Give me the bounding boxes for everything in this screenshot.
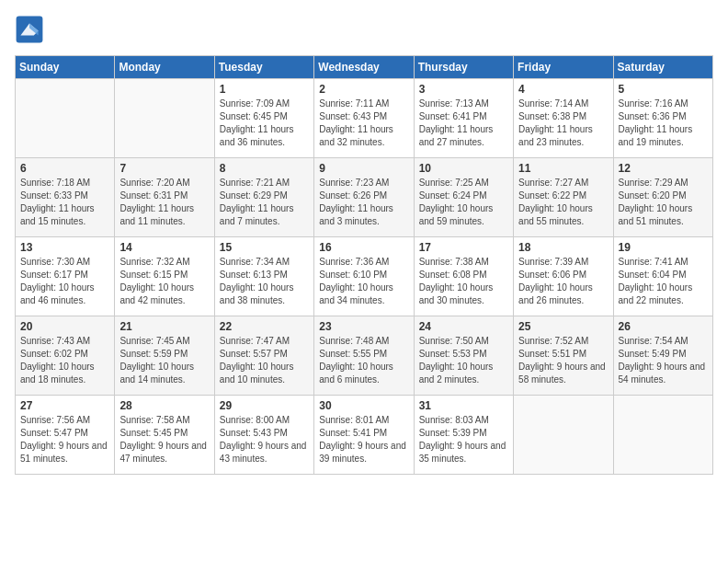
day-number: 18 bbox=[518, 241, 608, 254]
cell-content: Sunrise: 7:09 AM Sunset: 6:45 PM Dayligh… bbox=[220, 98, 309, 149]
header-row: SundayMondayTuesdayWednesdayThursdayFrid… bbox=[16, 56, 713, 79]
cell-content: Sunrise: 7:41 AM Sunset: 6:04 PM Dayligh… bbox=[619, 256, 708, 307]
calendar-cell: 21Sunrise: 7:45 AM Sunset: 5:59 PM Dayli… bbox=[115, 316, 214, 396]
calendar-cell: 16Sunrise: 7:36 AM Sunset: 6:10 PM Dayli… bbox=[314, 237, 414, 316]
day-number: 1 bbox=[220, 83, 309, 96]
cell-content: Sunrise: 7:39 AM Sunset: 6:06 PM Dayligh… bbox=[518, 256, 608, 307]
day-number: 26 bbox=[619, 320, 708, 333]
cell-content: Sunrise: 7:21 AM Sunset: 6:29 PM Dayligh… bbox=[220, 177, 309, 228]
calendar-cell: 26Sunrise: 7:54 AM Sunset: 5:49 PM Dayli… bbox=[613, 316, 712, 396]
cell-content: Sunrise: 7:16 AM Sunset: 6:36 PM Dayligh… bbox=[619, 98, 708, 149]
day-number: 6 bbox=[20, 162, 109, 175]
cell-content: Sunrise: 7:14 AM Sunset: 6:38 PM Dayligh… bbox=[518, 98, 608, 149]
day-number: 22 bbox=[220, 320, 309, 333]
day-number: 31 bbox=[419, 399, 508, 412]
cell-content: Sunrise: 7:29 AM Sunset: 6:20 PM Dayligh… bbox=[619, 177, 708, 228]
calendar-cell: 11Sunrise: 7:27 AM Sunset: 6:22 PM Dayli… bbox=[514, 158, 613, 237]
day-header-monday: Monday bbox=[115, 56, 214, 79]
page-header bbox=[15, 15, 713, 44]
day-number: 16 bbox=[319, 241, 408, 254]
day-number: 25 bbox=[518, 320, 608, 333]
day-number: 12 bbox=[619, 162, 708, 175]
day-number: 15 bbox=[220, 241, 309, 254]
day-number: 28 bbox=[119, 399, 209, 412]
cell-content: Sunrise: 7:47 AM Sunset: 5:57 PM Dayligh… bbox=[220, 335, 309, 386]
day-number: 17 bbox=[419, 241, 508, 254]
calendar-cell: 3Sunrise: 7:13 AM Sunset: 6:41 PM Daylig… bbox=[414, 79, 513, 158]
calendar-cell: 17Sunrise: 7:38 AM Sunset: 6:08 PM Dayli… bbox=[414, 237, 513, 316]
cell-content: Sunrise: 7:20 AM Sunset: 6:31 PM Dayligh… bbox=[119, 177, 209, 228]
calendar-cell: 18Sunrise: 7:39 AM Sunset: 6:06 PM Dayli… bbox=[514, 237, 613, 316]
calendar-cell: 7Sunrise: 7:20 AM Sunset: 6:31 PM Daylig… bbox=[115, 158, 214, 237]
day-number: 23 bbox=[319, 320, 408, 333]
day-number: 8 bbox=[220, 162, 309, 175]
calendar-cell: 12Sunrise: 7:29 AM Sunset: 6:20 PM Dayli… bbox=[613, 158, 712, 237]
week-row-2: 6Sunrise: 7:18 AM Sunset: 6:33 PM Daylig… bbox=[16, 158, 713, 237]
cell-content: Sunrise: 7:30 AM Sunset: 6:17 PM Dayligh… bbox=[20, 256, 109, 307]
cell-content: Sunrise: 8:01 AM Sunset: 5:41 PM Dayligh… bbox=[319, 414, 408, 465]
cell-content: Sunrise: 7:56 AM Sunset: 5:47 PM Dayligh… bbox=[20, 414, 109, 465]
day-header-saturday: Saturday bbox=[613, 56, 712, 79]
day-number: 10 bbox=[419, 162, 508, 175]
calendar-cell: 22Sunrise: 7:47 AM Sunset: 5:57 PM Dayli… bbox=[214, 316, 313, 396]
calendar-cell: 2Sunrise: 7:11 AM Sunset: 6:43 PM Daylig… bbox=[314, 79, 414, 158]
week-row-1: 1Sunrise: 7:09 AM Sunset: 6:45 PM Daylig… bbox=[16, 79, 713, 158]
cell-content: Sunrise: 7:25 AM Sunset: 6:24 PM Dayligh… bbox=[419, 177, 508, 228]
cell-content: Sunrise: 7:50 AM Sunset: 5:53 PM Dayligh… bbox=[419, 335, 508, 386]
day-number: 11 bbox=[518, 162, 608, 175]
calendar-cell: 29Sunrise: 8:00 AM Sunset: 5:43 PM Dayli… bbox=[214, 396, 313, 475]
cell-content: Sunrise: 7:58 AM Sunset: 5:45 PM Dayligh… bbox=[119, 414, 209, 465]
day-number: 5 bbox=[619, 83, 708, 96]
cell-content: Sunrise: 7:23 AM Sunset: 6:26 PM Dayligh… bbox=[319, 177, 408, 228]
calendar-cell: 6Sunrise: 7:18 AM Sunset: 6:33 PM Daylig… bbox=[16, 158, 115, 237]
cell-content: Sunrise: 7:54 AM Sunset: 5:49 PM Dayligh… bbox=[619, 335, 708, 386]
day-number: 7 bbox=[119, 162, 209, 175]
day-number: 3 bbox=[419, 83, 508, 96]
calendar-cell: 14Sunrise: 7:32 AM Sunset: 6:15 PM Dayli… bbox=[115, 237, 214, 316]
cell-content: Sunrise: 7:13 AM Sunset: 6:41 PM Dayligh… bbox=[419, 98, 508, 149]
calendar-cell: 5Sunrise: 7:16 AM Sunset: 6:36 PM Daylig… bbox=[613, 79, 712, 158]
calendar-cell bbox=[514, 396, 613, 475]
day-number: 29 bbox=[220, 399, 309, 412]
calendar-cell: 1Sunrise: 7:09 AM Sunset: 6:45 PM Daylig… bbox=[214, 79, 313, 158]
day-header-thursday: Thursday bbox=[414, 56, 513, 79]
cell-content: Sunrise: 7:36 AM Sunset: 6:10 PM Dayligh… bbox=[319, 256, 408, 307]
calendar-cell: 8Sunrise: 7:21 AM Sunset: 6:29 PM Daylig… bbox=[214, 158, 313, 237]
cell-content: Sunrise: 7:52 AM Sunset: 5:51 PM Dayligh… bbox=[518, 335, 608, 386]
calendar-cell: 23Sunrise: 7:48 AM Sunset: 5:55 PM Dayli… bbox=[314, 316, 414, 396]
calendar-cell: 15Sunrise: 7:34 AM Sunset: 6:13 PM Dayli… bbox=[214, 237, 313, 316]
cell-content: Sunrise: 7:11 AM Sunset: 6:43 PM Dayligh… bbox=[319, 98, 408, 149]
calendar-cell bbox=[613, 396, 712, 475]
day-header-friday: Friday bbox=[514, 56, 613, 79]
cell-content: Sunrise: 7:43 AM Sunset: 6:02 PM Dayligh… bbox=[20, 335, 109, 386]
calendar-cell: 25Sunrise: 7:52 AM Sunset: 5:51 PM Dayli… bbox=[514, 316, 613, 396]
cell-content: Sunrise: 7:38 AM Sunset: 6:08 PM Dayligh… bbox=[419, 256, 508, 307]
cell-content: Sunrise: 7:45 AM Sunset: 5:59 PM Dayligh… bbox=[119, 335, 209, 386]
day-number: 21 bbox=[119, 320, 209, 333]
calendar-cell: 13Sunrise: 7:30 AM Sunset: 6:17 PM Dayli… bbox=[16, 237, 115, 316]
cell-content: Sunrise: 7:32 AM Sunset: 6:15 PM Dayligh… bbox=[119, 256, 209, 307]
day-number: 20 bbox=[20, 320, 109, 333]
day-number: 9 bbox=[319, 162, 408, 175]
calendar-cell: 20Sunrise: 7:43 AM Sunset: 6:02 PM Dayli… bbox=[16, 316, 115, 396]
calendar-cell: 4Sunrise: 7:14 AM Sunset: 6:38 PM Daylig… bbox=[514, 79, 613, 158]
day-number: 19 bbox=[619, 241, 708, 254]
cell-content: Sunrise: 7:27 AM Sunset: 6:22 PM Dayligh… bbox=[518, 177, 608, 228]
day-number: 4 bbox=[518, 83, 608, 96]
calendar-cell bbox=[16, 79, 115, 158]
week-row-5: 27Sunrise: 7:56 AM Sunset: 5:47 PM Dayli… bbox=[16, 396, 713, 475]
day-number: 27 bbox=[20, 399, 109, 412]
cell-content: Sunrise: 8:00 AM Sunset: 5:43 PM Dayligh… bbox=[220, 414, 309, 465]
day-number: 24 bbox=[419, 320, 508, 333]
cell-content: Sunrise: 7:34 AM Sunset: 6:13 PM Dayligh… bbox=[220, 256, 309, 307]
calendar-cell: 27Sunrise: 7:56 AM Sunset: 5:47 PM Dayli… bbox=[16, 396, 115, 475]
day-number: 13 bbox=[20, 241, 109, 254]
calendar-cell: 9Sunrise: 7:23 AM Sunset: 6:26 PM Daylig… bbox=[314, 158, 414, 237]
week-row-4: 20Sunrise: 7:43 AM Sunset: 6:02 PM Dayli… bbox=[16, 316, 713, 396]
calendar-cell bbox=[115, 79, 214, 158]
cell-content: Sunrise: 7:48 AM Sunset: 5:55 PM Dayligh… bbox=[319, 335, 408, 386]
calendar-cell: 10Sunrise: 7:25 AM Sunset: 6:24 PM Dayli… bbox=[414, 158, 513, 237]
calendar-cell: 28Sunrise: 7:58 AM Sunset: 5:45 PM Dayli… bbox=[115, 396, 214, 475]
calendar-cell: 19Sunrise: 7:41 AM Sunset: 6:04 PM Dayli… bbox=[613, 237, 712, 316]
logo bbox=[15, 15, 48, 44]
